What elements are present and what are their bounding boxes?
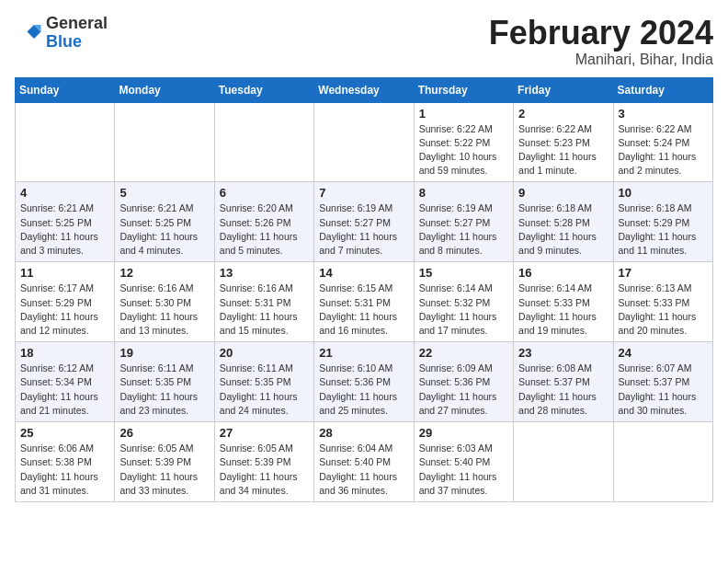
day-info: Sunrise: 6:20 AMSunset: 5:26 PMDaylight:… xyxy=(220,201,309,258)
day-info: Sunrise: 6:18 AMSunset: 5:28 PMDaylight:… xyxy=(518,201,608,258)
day-number: 6 xyxy=(220,186,309,200)
day-info: Sunrise: 6:04 AMSunset: 5:40 PMDaylight:… xyxy=(319,442,408,498)
table-row: 19Sunrise: 6:11 AMSunset: 5:35 PMDayligh… xyxy=(115,342,214,422)
day-info: Sunrise: 6:10 AMSunset: 5:36 PMDaylight:… xyxy=(319,362,408,418)
table-row: 1Sunrise: 6:22 AMSunset: 5:22 PMDaylight… xyxy=(414,102,513,182)
col-wednesday: Wednesday xyxy=(314,77,414,102)
page-header: General Blue February 2024 Manihari, Bih… xyxy=(15,15,713,68)
calendar-week-row: 18Sunrise: 6:12 AMSunset: 5:34 PMDayligh… xyxy=(16,342,713,422)
title-area: February 2024 Manihari, Bihar, India xyxy=(489,15,713,68)
day-info: Sunrise: 6:03 AMSunset: 5:40 PMDaylight:… xyxy=(419,442,508,498)
day-info: Sunrise: 6:09 AMSunset: 5:36 PMDaylight:… xyxy=(419,362,508,418)
table-row: 17Sunrise: 6:13 AMSunset: 5:33 PMDayligh… xyxy=(613,262,712,342)
col-sunday: Sunday xyxy=(16,77,115,102)
day-info: Sunrise: 6:18 AMSunset: 5:29 PMDaylight:… xyxy=(619,201,708,258)
day-number: 28 xyxy=(319,426,408,440)
day-info: Sunrise: 6:13 AMSunset: 5:33 PMDaylight:… xyxy=(619,282,708,338)
day-info: Sunrise: 6:05 AMSunset: 5:39 PMDaylight:… xyxy=(220,442,309,498)
day-number: 7 xyxy=(319,186,408,200)
day-number: 10 xyxy=(619,186,708,200)
day-info: Sunrise: 6:21 AMSunset: 5:25 PMDaylight:… xyxy=(20,201,109,258)
col-thursday: Thursday xyxy=(414,77,513,102)
table-row xyxy=(613,422,712,502)
logo-general-text: General xyxy=(46,14,108,32)
day-number: 20 xyxy=(220,346,309,360)
table-row: 12Sunrise: 6:16 AMSunset: 5:30 PMDayligh… xyxy=(115,262,214,342)
day-info: Sunrise: 6:17 AMSunset: 5:29 PMDaylight:… xyxy=(20,282,109,338)
month-title: February 2024 xyxy=(489,15,713,52)
table-row: 5Sunrise: 6:21 AMSunset: 5:25 PMDaylight… xyxy=(115,182,214,262)
day-info: Sunrise: 6:05 AMSunset: 5:39 PMDaylight:… xyxy=(119,442,209,498)
day-number: 12 xyxy=(119,266,209,280)
table-row: 24Sunrise: 6:07 AMSunset: 5:37 PMDayligh… xyxy=(613,342,712,422)
table-row: 25Sunrise: 6:06 AMSunset: 5:38 PMDayligh… xyxy=(16,422,115,502)
day-info: Sunrise: 6:21 AMSunset: 5:25 PMDaylight:… xyxy=(119,201,209,258)
day-number: 17 xyxy=(619,266,708,280)
day-number: 26 xyxy=(119,426,209,440)
day-info: Sunrise: 6:11 AMSunset: 5:35 PMDaylight:… xyxy=(119,362,209,418)
table-row: 4Sunrise: 6:21 AMSunset: 5:25 PMDaylight… xyxy=(16,182,115,262)
day-number: 18 xyxy=(20,346,109,360)
table-row: 21Sunrise: 6:10 AMSunset: 5:36 PMDayligh… xyxy=(314,342,414,422)
day-info: Sunrise: 6:22 AMSunset: 5:24 PMDaylight:… xyxy=(619,122,708,178)
table-row: 22Sunrise: 6:09 AMSunset: 5:36 PMDayligh… xyxy=(414,342,513,422)
day-number: 13 xyxy=(220,266,309,280)
day-info: Sunrise: 6:16 AMSunset: 5:31 PMDaylight:… xyxy=(220,282,309,338)
calendar-week-row: 25Sunrise: 6:06 AMSunset: 5:38 PMDayligh… xyxy=(16,422,713,502)
day-info: Sunrise: 6:12 AMSunset: 5:34 PMDaylight:… xyxy=(20,362,109,418)
table-row xyxy=(16,102,115,182)
table-row: 15Sunrise: 6:14 AMSunset: 5:32 PMDayligh… xyxy=(414,262,513,342)
day-info: Sunrise: 6:08 AMSunset: 5:37 PMDaylight:… xyxy=(518,362,608,418)
day-info: Sunrise: 6:11 AMSunset: 5:35 PMDaylight:… xyxy=(220,362,309,418)
day-number: 4 xyxy=(20,186,109,200)
table-row: 16Sunrise: 6:14 AMSunset: 5:33 PMDayligh… xyxy=(514,262,613,342)
calendar-week-row: 1Sunrise: 6:22 AMSunset: 5:22 PMDaylight… xyxy=(16,102,713,182)
day-number: 1 xyxy=(419,107,508,121)
table-row: 18Sunrise: 6:12 AMSunset: 5:34 PMDayligh… xyxy=(16,342,115,422)
day-number: 19 xyxy=(119,346,209,360)
day-info: Sunrise: 6:07 AMSunset: 5:37 PMDaylight:… xyxy=(619,362,708,418)
logo-icon xyxy=(15,19,42,47)
col-friday: Friday xyxy=(514,77,613,102)
table-row: 20Sunrise: 6:11 AMSunset: 5:35 PMDayligh… xyxy=(214,342,313,422)
table-row: 26Sunrise: 6:05 AMSunset: 5:39 PMDayligh… xyxy=(115,422,214,502)
col-saturday: Saturday xyxy=(613,77,712,102)
calendar-table: Sunday Monday Tuesday Wednesday Thursday… xyxy=(15,77,713,502)
table-row: 2Sunrise: 6:22 AMSunset: 5:23 PMDaylight… xyxy=(514,102,613,182)
table-row: 13Sunrise: 6:16 AMSunset: 5:31 PMDayligh… xyxy=(214,262,313,342)
location-title: Manihari, Bihar, India xyxy=(489,52,713,68)
day-info: Sunrise: 6:16 AMSunset: 5:30 PMDaylight:… xyxy=(119,282,209,338)
day-number: 5 xyxy=(119,186,209,200)
day-number: 21 xyxy=(319,346,408,360)
table-row xyxy=(514,422,613,502)
calendar-week-row: 11Sunrise: 6:17 AMSunset: 5:29 PMDayligh… xyxy=(16,262,713,342)
day-number: 9 xyxy=(518,186,608,200)
table-row xyxy=(214,102,313,182)
day-number: 15 xyxy=(419,266,508,280)
day-number: 22 xyxy=(419,346,508,360)
table-row: 7Sunrise: 6:19 AMSunset: 5:27 PMDaylight… xyxy=(314,182,414,262)
table-row: 9Sunrise: 6:18 AMSunset: 5:28 PMDaylight… xyxy=(514,182,613,262)
logo: General Blue xyxy=(15,15,108,52)
table-row: 29Sunrise: 6:03 AMSunset: 5:40 PMDayligh… xyxy=(414,422,513,502)
day-number: 29 xyxy=(419,426,508,440)
day-number: 2 xyxy=(518,107,608,121)
table-row: 23Sunrise: 6:08 AMSunset: 5:37 PMDayligh… xyxy=(514,342,613,422)
table-row: 3Sunrise: 6:22 AMSunset: 5:24 PMDaylight… xyxy=(613,102,712,182)
day-number: 14 xyxy=(319,266,408,280)
table-row: 11Sunrise: 6:17 AMSunset: 5:29 PMDayligh… xyxy=(16,262,115,342)
col-tuesday: Tuesday xyxy=(214,77,313,102)
table-row: 10Sunrise: 6:18 AMSunset: 5:29 PMDayligh… xyxy=(613,182,712,262)
day-info: Sunrise: 6:14 AMSunset: 5:32 PMDaylight:… xyxy=(419,282,508,338)
day-info: Sunrise: 6:19 AMSunset: 5:27 PMDaylight:… xyxy=(319,201,408,258)
table-row xyxy=(314,102,414,182)
table-row: 14Sunrise: 6:15 AMSunset: 5:31 PMDayligh… xyxy=(314,262,414,342)
day-number: 23 xyxy=(518,346,608,360)
day-info: Sunrise: 6:14 AMSunset: 5:33 PMDaylight:… xyxy=(518,282,608,338)
table-row: 8Sunrise: 6:19 AMSunset: 5:27 PMDaylight… xyxy=(414,182,513,262)
table-row: 28Sunrise: 6:04 AMSunset: 5:40 PMDayligh… xyxy=(314,422,414,502)
day-number: 8 xyxy=(419,186,508,200)
day-info: Sunrise: 6:06 AMSunset: 5:38 PMDaylight:… xyxy=(20,442,109,498)
day-number: 3 xyxy=(619,107,708,121)
calendar-week-row: 4Sunrise: 6:21 AMSunset: 5:25 PMDaylight… xyxy=(16,182,713,262)
